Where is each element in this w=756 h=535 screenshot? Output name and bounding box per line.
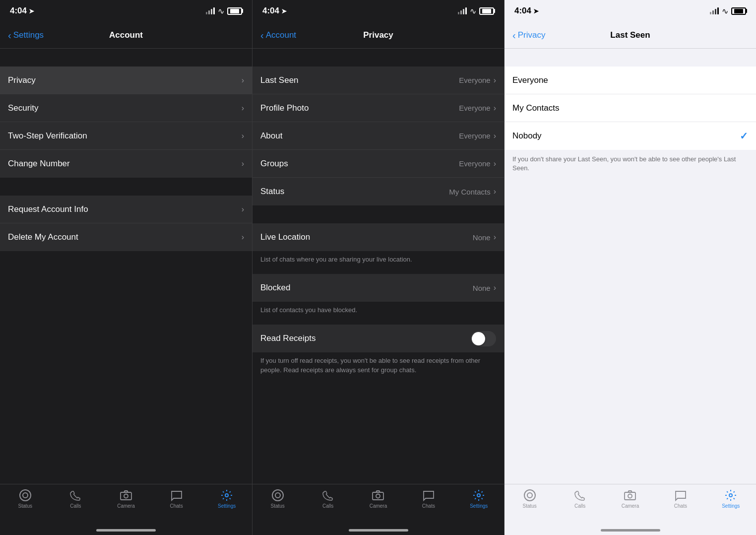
privacy-right: › bbox=[242, 76, 244, 85]
request-account-row[interactable]: Request Account Info › bbox=[0, 196, 252, 223]
live-location-label: Live Location bbox=[260, 232, 310, 242]
settings-tab-icon-2 bbox=[472, 488, 486, 502]
nav-bar-3: ‹ Privacy Last Seen bbox=[504, 22, 756, 49]
read-receipts-row[interactable]: Read Receipts bbox=[252, 325, 504, 352]
tab-chats-2[interactable]: Chats bbox=[414, 488, 443, 509]
privacy-row[interactable]: Privacy › bbox=[0, 67, 252, 94]
section-gap-2 bbox=[0, 178, 252, 196]
wifi-icon-3: ∿ bbox=[722, 6, 728, 16]
read-receipts-label: Read Receipts bbox=[260, 334, 316, 343]
groups-row[interactable]: Groups Everyone › bbox=[252, 150, 504, 178]
blocked-right: None › bbox=[473, 283, 496, 292]
everyone-option[interactable]: Everyone bbox=[504, 67, 756, 94]
svg-point-6 bbox=[275, 493, 280, 498]
last-seen-row[interactable]: Last Seen Everyone › bbox=[252, 67, 504, 94]
back-to-privacy[interactable]: ‹ Privacy bbox=[512, 30, 545, 40]
last-seen-chevron: › bbox=[494, 76, 496, 85]
signal-icon-2 bbox=[458, 7, 467, 14]
blocked-section: Blocked None › bbox=[252, 274, 504, 302]
svg-rect-2 bbox=[121, 492, 131, 500]
status-row[interactable]: Status My Contacts › bbox=[252, 178, 504, 205]
tab-bar-3: Status Calls Camera Chats Settings bbox=[504, 484, 756, 525]
status-time-2: 4:04 ➤ bbox=[262, 6, 287, 16]
back-to-settings[interactable]: ‹ Settings bbox=[8, 30, 44, 40]
two-step-right: › bbox=[242, 132, 244, 140]
tab-label-chats-2: Chats bbox=[422, 503, 435, 509]
read-receipts-toggle[interactable] bbox=[471, 331, 496, 346]
change-number-label: Change Number bbox=[8, 159, 70, 169]
tab-settings-3[interactable]: Settings bbox=[716, 488, 746, 509]
svg-point-4 bbox=[225, 494, 228, 497]
about-label: About bbox=[260, 131, 282, 141]
tab-calls-1[interactable]: Calls bbox=[61, 488, 90, 509]
svg-point-0 bbox=[20, 490, 31, 501]
signal-icon-3 bbox=[710, 7, 719, 14]
calls-tab-icon-2 bbox=[321, 488, 335, 502]
tab-chats-1[interactable]: Chats bbox=[162, 488, 191, 509]
groups-chevron: › bbox=[494, 159, 496, 168]
status-right: My Contacts › bbox=[449, 187, 496, 196]
tab-calls-2[interactable]: Calls bbox=[313, 488, 343, 509]
tab-camera-3[interactable]: Camera bbox=[615, 488, 645, 509]
privacy-label: Privacy bbox=[8, 75, 36, 85]
blocked-row[interactable]: Blocked None › bbox=[252, 274, 504, 302]
tab-label-calls-3: Calls bbox=[574, 503, 585, 509]
section-gap-5 bbox=[252, 270, 504, 274]
tab-status-3[interactable]: Status bbox=[515, 488, 545, 509]
change-number-row[interactable]: Change Number › bbox=[0, 150, 252, 178]
last-seen-right: Everyone › bbox=[459, 76, 496, 85]
last-seen-detail: Everyone bbox=[459, 76, 490, 84]
tab-settings-1[interactable]: Settings bbox=[212, 488, 242, 509]
request-account-label: Request Account Info bbox=[8, 204, 88, 214]
status-bar-3: 4:04 ➤ ∿ bbox=[504, 0, 756, 22]
tab-chats-3[interactable]: Chats bbox=[666, 488, 695, 509]
two-step-label: Two-Step Verification bbox=[8, 131, 87, 141]
live-location-chevron: › bbox=[494, 233, 496, 242]
status-label: Status bbox=[260, 187, 284, 197]
two-step-chevron: › bbox=[242, 132, 244, 140]
tab-calls-3[interactable]: Calls bbox=[565, 488, 595, 509]
location-arrow-icon-2: ➤ bbox=[281, 7, 287, 15]
security-row[interactable]: Security › bbox=[0, 94, 252, 122]
battery-icon-2 bbox=[479, 7, 494, 15]
nobody-option[interactable]: Nobody ✓ bbox=[504, 122, 756, 150]
about-right: Everyone › bbox=[459, 132, 496, 140]
profile-photo-row[interactable]: Profile Photo Everyone › bbox=[252, 94, 504, 122]
delete-chevron: › bbox=[242, 233, 244, 242]
tab-camera-2[interactable]: Camera bbox=[363, 488, 393, 509]
last-seen-description: If you don't share your Last Seen, you w… bbox=[504, 150, 756, 181]
battery-icon bbox=[227, 7, 242, 15]
delete-account-row[interactable]: Delete My Account › bbox=[0, 223, 252, 251]
about-row[interactable]: About Everyone › bbox=[252, 122, 504, 150]
tab-camera-1[interactable]: Camera bbox=[111, 488, 141, 509]
status-detail: My Contacts bbox=[449, 188, 490, 196]
back-chevron-icon-3: ‹ bbox=[512, 30, 516, 40]
my-contacts-option[interactable]: My Contacts bbox=[504, 94, 756, 122]
tab-settings-2[interactable]: Settings bbox=[464, 488, 494, 509]
toggle-knob bbox=[472, 332, 485, 345]
blocked-chevron: › bbox=[494, 283, 496, 292]
tab-status-1[interactable]: Status bbox=[10, 488, 40, 509]
read-receipts-desc: If you turn off read receipts, you won't… bbox=[252, 352, 504, 380]
two-step-row[interactable]: Two-Step Verification › bbox=[0, 122, 252, 150]
groups-label: Groups bbox=[260, 159, 288, 169]
chats-tab-icon-3 bbox=[674, 488, 688, 502]
tab-label-camera-1: Camera bbox=[117, 503, 135, 509]
my-contacts-label: My Contacts bbox=[512, 103, 559, 113]
last-seen-label: Last Seen bbox=[260, 75, 299, 85]
privacy-screen: 4:04 ➤ ∿ ‹ Account Privacy bbox=[252, 0, 504, 535]
tab-status-2[interactable]: Status bbox=[263, 488, 293, 509]
home-bar-2 bbox=[349, 529, 408, 532]
home-indicator-3 bbox=[504, 525, 756, 535]
security-chevron: › bbox=[242, 104, 244, 113]
live-location-row[interactable]: Live Location None › bbox=[252, 223, 504, 251]
tab-label-camera-3: Camera bbox=[622, 503, 639, 509]
blocked-detail: None bbox=[473, 284, 491, 292]
tab-label-chats-3: Chats bbox=[674, 503, 687, 509]
live-location-right: None › bbox=[473, 233, 496, 242]
back-to-account[interactable]: ‹ Account bbox=[260, 30, 296, 40]
status-tab-icon-2 bbox=[271, 488, 285, 502]
tab-label-settings-1: Settings bbox=[218, 503, 236, 509]
settings-tab-icon-3 bbox=[724, 488, 738, 502]
request-right: › bbox=[242, 205, 244, 214]
